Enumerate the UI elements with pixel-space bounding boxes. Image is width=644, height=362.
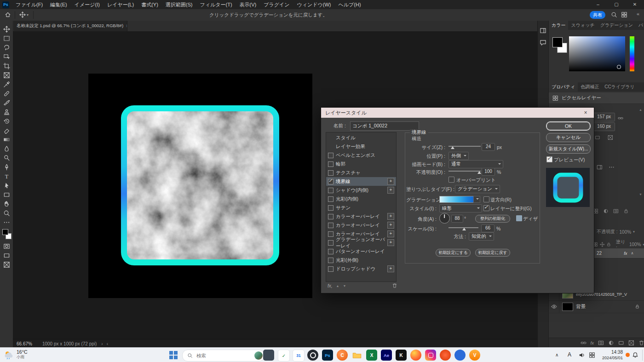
- fx-icon[interactable]: fx,: [328, 283, 333, 288]
- fill-value[interactable]: 100%: [629, 242, 641, 247]
- taskbar-app-icon-orange[interactable]: [440, 350, 451, 361]
- foreground-color-well[interactable]: [552, 37, 563, 47]
- opacity-slider[interactable]: [448, 168, 481, 174]
- styles-list-item[interactable]: カラーオーバーレイ+: [326, 221, 396, 230]
- lasso-tool[interactable]: [1, 43, 12, 52]
- object-selection-tool[interactable]: [1, 52, 12, 61]
- frame-tool[interactable]: [1, 70, 12, 80]
- add-instance-icon[interactable]: +: [387, 187, 394, 194]
- menu-view[interactable]: 表示(V): [236, 0, 260, 9]
- clock[interactable]: 14:38 2024/05/01: [599, 350, 623, 361]
- notification-bell-icon[interactable]: [632, 352, 638, 358]
- taskbar-app-icon-browser[interactable]: C: [337, 350, 348, 361]
- collapse-panels-icon[interactable]: «: [637, 11, 639, 17]
- tab-gradients[interactable]: グラデーション: [598, 21, 636, 30]
- checkbox[interactable]: [328, 249, 334, 254]
- edit-toolbar-icon[interactable]: [1, 218, 12, 227]
- styles-list-item[interactable]: 輪郭: [326, 160, 396, 168]
- visibility-toggle[interactable]: [549, 300, 559, 313]
- checkbox[interactable]: [328, 231, 334, 237]
- set-as-default-button[interactable]: 初期設定にする: [436, 249, 471, 257]
- share-button[interactable]: 共有: [590, 11, 605, 19]
- taskbar-search[interactable]: [182, 350, 264, 362]
- position-dropdown[interactable]: 外側: [448, 152, 469, 160]
- hue-slider[interactable]: [630, 36, 634, 71]
- checkbox[interactable]: [328, 266, 334, 272]
- fill-type-dropdown[interactable]: グラデーション: [455, 185, 500, 193]
- styles-list-item[interactable]: テクスチャ: [326, 168, 396, 177]
- new-layer-icon[interactable]: [628, 340, 634, 346]
- eye-icon[interactable]: [551, 304, 557, 310]
- filter-lock-icon[interactable]: [623, 208, 629, 214]
- move-tool-options-icon[interactable]: [19, 11, 26, 18]
- brush-tool[interactable]: [1, 98, 12, 107]
- panel-dock-icon[interactable]: [540, 27, 546, 34]
- styles-list-item[interactable]: ベベルとエンボス: [326, 151, 396, 160]
- align-with-layer-checkbox[interactable]: [483, 205, 489, 211]
- taskbar-app-icon-excel[interactable]: X: [366, 350, 377, 361]
- style-name-input[interactable]: [350, 121, 419, 131]
- show-desktop-divider[interactable]: [642, 350, 643, 361]
- move-effect-down-icon[interactable]: ▼: [343, 284, 346, 287]
- new-style-button[interactable]: 新規スタイル(W)...: [546, 144, 591, 154]
- add-instance-icon[interactable]: +: [387, 265, 394, 272]
- taskbar-app-icon-firefox[interactable]: [410, 350, 421, 361]
- lock-all-icon[interactable]: [606, 242, 611, 247]
- preview-checkbox[interactable]: [546, 156, 552, 162]
- angle-dial[interactable]: [439, 213, 450, 224]
- scroll-down-icon[interactable]: ▼: [639, 193, 642, 196]
- checkbox[interactable]: [328, 161, 334, 167]
- gradient-swatch[interactable]: [439, 196, 474, 203]
- transform-width-field[interactable]: 157 px: [593, 113, 615, 121]
- spot-healing-brush-tool[interactable]: [1, 89, 12, 98]
- color-swatches[interactable]: [1, 229, 12, 240]
- rectangular-marquee-tool[interactable]: [1, 34, 12, 43]
- layer-row-background[interactable]: 背景: [549, 300, 644, 313]
- menu-filter[interactable]: フィルター(T): [196, 0, 236, 9]
- angle-value-field[interactable]: 88: [451, 215, 463, 223]
- reverse-checkbox[interactable]: [483, 196, 489, 202]
- taskbar-app-icon-after-effects[interactable]: Ae: [381, 350, 392, 361]
- taskbar-app-icon-instagram[interactable]: [425, 350, 436, 361]
- home-icon[interactable]: [5, 11, 11, 18]
- checkbox[interactable]: [328, 223, 334, 228]
- scroll-up-icon[interactable]: ▲: [639, 108, 642, 111]
- clone-stamp-tool[interactable]: [1, 107, 12, 116]
- transform-link-icon[interactable]: [618, 115, 623, 121]
- hand-tool[interactable]: [1, 199, 12, 208]
- window-maximize-button[interactable]: ▢: [607, 0, 626, 9]
- quick-mask-button[interactable]: [1, 251, 12, 260]
- styles-list-item[interactable]: レイヤー効果: [326, 142, 396, 151]
- fx-collapse-icon[interactable]: ∧: [631, 251, 634, 255]
- link-layers-icon[interactable]: [581, 340, 586, 346]
- styles-list-item[interactable]: ドロップシャドウ+: [326, 264, 396, 273]
- layer-mask-button[interactable]: [1, 241, 12, 251]
- opacity-caret-icon[interactable]: ▾: [633, 230, 635, 234]
- styles-list-item[interactable]: サテン: [326, 203, 396, 212]
- menu-edit[interactable]: 編集(E): [46, 0, 71, 9]
- eyedropper-tool[interactable]: [1, 80, 12, 89]
- styles-list-item[interactable]: グラデーションオーバーレイ+: [326, 238, 396, 247]
- filter-mask-icon[interactable]: [613, 208, 619, 214]
- search-icon[interactable]: [611, 11, 617, 18]
- gradient-tool[interactable]: [1, 135, 12, 144]
- add-instance-icon[interactable]: +: [387, 239, 394, 246]
- blur-tool[interactable]: [1, 144, 12, 153]
- dither-checkbox[interactable]: [516, 215, 522, 221]
- crop-tool[interactable]: [1, 61, 12, 70]
- window-close-button[interactable]: ✕: [626, 0, 644, 9]
- checkbox[interactable]: [328, 214, 334, 219]
- reset-to-default-button[interactable]: 初期設定に戻す: [475, 249, 510, 257]
- checkbox[interactable]: [328, 170, 334, 176]
- styles-list-item[interactable]: 光彩(外側): [326, 256, 396, 264]
- transform-rotate-icon[interactable]: [595, 135, 600, 140]
- taskbar-app-icon-photoshop[interactable]: Ps: [322, 350, 333, 361]
- gradient-picker-caret[interactable]: [473, 196, 480, 203]
- delete-effect-icon[interactable]: [392, 283, 397, 288]
- filter-effects-icon[interactable]: [603, 208, 609, 214]
- status-scroll-chevron[interactable]: ‹: [107, 341, 108, 346]
- pen-tool[interactable]: [1, 162, 12, 172]
- checkbox[interactable]: [328, 153, 334, 158]
- checkbox-checked[interactable]: [328, 179, 334, 184]
- menu-file[interactable]: ファイル(F): [12, 0, 46, 9]
